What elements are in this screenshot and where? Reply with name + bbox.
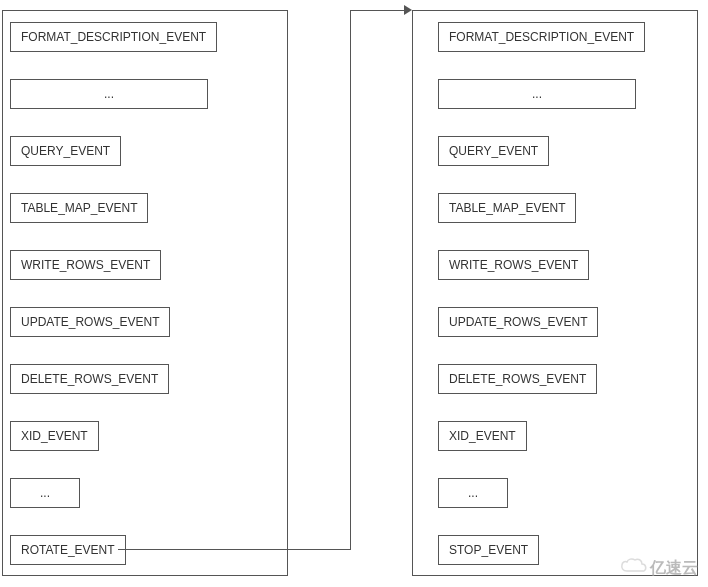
event-box: TABLE_MAP_EVENT — [438, 193, 576, 223]
event-box: WRITE_ROWS_EVENT — [10, 250, 161, 280]
event-label: FORMAT_DESCRIPTION_EVENT — [449, 30, 634, 44]
event-label: STOP_EVENT — [449, 543, 528, 557]
watermark: 亿速云 — [620, 557, 698, 579]
event-label: DELETE_ROWS_EVENT — [21, 372, 158, 386]
event-box: WRITE_ROWS_EVENT — [438, 250, 589, 280]
arrow-segment — [350, 10, 408, 11]
event-label: UPDATE_ROWS_EVENT — [449, 315, 587, 329]
event-box: XID_EVENT — [438, 421, 527, 451]
event-box: DELETE_ROWS_EVENT — [438, 364, 597, 394]
event-box: TABLE_MAP_EVENT — [10, 193, 148, 223]
ellipsis-box: ... — [10, 79, 208, 109]
ellipsis-label: ... — [532, 87, 542, 101]
watermark-text: 亿速云 — [650, 558, 698, 579]
cloud-icon — [620, 557, 648, 579]
event-box: DELETE_ROWS_EVENT — [10, 364, 169, 394]
event-box: QUERY_EVENT — [438, 136, 549, 166]
event-label: FORMAT_DESCRIPTION_EVENT — [21, 30, 206, 44]
event-label: QUERY_EVENT — [449, 144, 538, 158]
event-label: QUERY_EVENT — [21, 144, 110, 158]
event-label: TABLE_MAP_EVENT — [449, 201, 565, 215]
arrowhead-icon — [404, 5, 412, 15]
ellipsis-label: ... — [104, 87, 114, 101]
event-box: UPDATE_ROWS_EVENT — [10, 307, 170, 337]
ellipsis-label: ... — [40, 486, 50, 500]
event-label: ROTATE_EVENT — [21, 543, 115, 557]
event-label: WRITE_ROWS_EVENT — [21, 258, 150, 272]
event-box: UPDATE_ROWS_EVENT — [438, 307, 598, 337]
arrow-segment — [118, 549, 350, 550]
event-box: XID_EVENT — [10, 421, 99, 451]
event-box: ROTATE_EVENT — [10, 535, 126, 565]
ellipsis-box: ... — [438, 79, 636, 109]
ellipsis-box: ... — [438, 478, 508, 508]
event-label: UPDATE_ROWS_EVENT — [21, 315, 159, 329]
event-box: FORMAT_DESCRIPTION_EVENT — [10, 22, 217, 52]
arrow-segment — [350, 10, 351, 550]
event-label: DELETE_ROWS_EVENT — [449, 372, 586, 386]
event-label: XID_EVENT — [21, 429, 88, 443]
ellipsis-box: ... — [10, 478, 80, 508]
event-box: FORMAT_DESCRIPTION_EVENT — [438, 22, 645, 52]
event-label: WRITE_ROWS_EVENT — [449, 258, 578, 272]
ellipsis-label: ... — [468, 486, 478, 500]
event-box: QUERY_EVENT — [10, 136, 121, 166]
event-label: TABLE_MAP_EVENT — [21, 201, 137, 215]
event-box: STOP_EVENT — [438, 535, 539, 565]
event-label: XID_EVENT — [449, 429, 516, 443]
